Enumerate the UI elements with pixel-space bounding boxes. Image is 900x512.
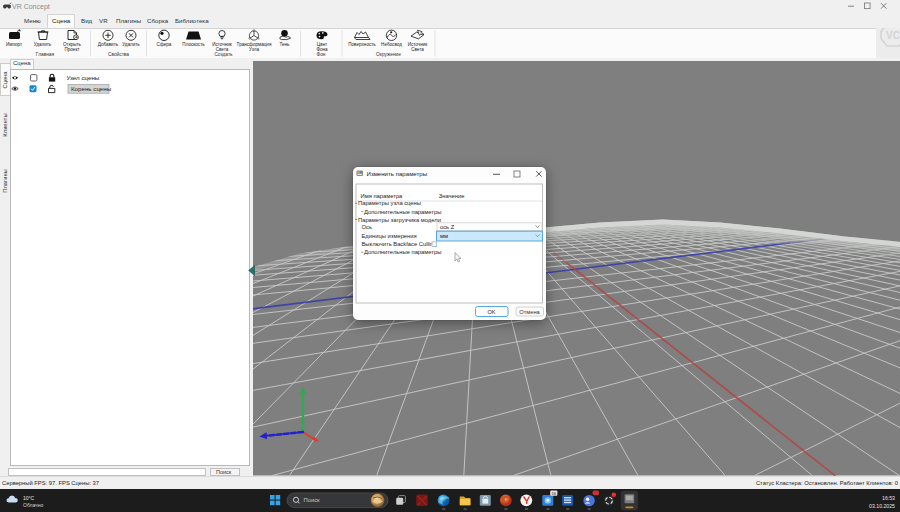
svg-text:Импорт: Импорт <box>6 42 23 47</box>
svg-text:Поиск: Поиск <box>304 497 321 503</box>
svg-text:Создать: Создать <box>214 52 233 57</box>
svg-text:Фона: Фона <box>316 47 328 52</box>
svg-text:Проект: Проект <box>64 47 80 52</box>
svg-text:Значение: Значение <box>439 193 465 199</box>
svg-text:ось Z: ось Z <box>440 224 455 230</box>
svg-text:Свойства: Свойства <box>108 51 129 57</box>
svg-text:Облачно: Облачно <box>23 502 43 508</box>
svg-text:Фон: Фон <box>317 52 326 57</box>
svg-text:VC: VC <box>886 30 900 41</box>
svg-text:16:53: 16:53 <box>882 495 895 501</box>
svg-text:Удалить: Удалить <box>34 42 52 47</box>
svg-text:мм: мм <box>440 233 448 239</box>
svg-text:Отмена: Отмена <box>519 308 540 314</box>
svg-text:03.10.2025: 03.10.2025 <box>869 503 895 509</box>
svg-text:10°C: 10°C <box>23 495 35 501</box>
svg-text:Окружение: Окружение <box>376 52 401 57</box>
svg-text:Корень сцены: Корень сцены <box>71 85 112 92</box>
svg-text:Узел сцены: Узел сцены <box>67 74 100 81</box>
svg-text:Параметры загрузчика модели: Параметры загрузчика модели <box>358 216 441 222</box>
svg-text:Света: Света <box>411 47 424 52</box>
svg-text:Ось: Ось <box>362 224 372 230</box>
svg-text:Изменить параметры: Изменить параметры <box>367 170 428 177</box>
svg-text:Дополнительные параметры: Дополнительные параметры <box>364 208 441 214</box>
svg-text:Света: Света <box>216 47 229 52</box>
svg-text:Тень: Тень <box>279 42 290 47</box>
svg-text:Небосвод: Небосвод <box>381 42 402 47</box>
svg-text:Добавить: Добавить <box>98 42 119 47</box>
svg-text:Имя параметра: Имя параметра <box>361 193 404 199</box>
svg-text:Сфера: Сфера <box>157 42 172 47</box>
svg-text:16: 16 <box>551 491 556 496</box>
svg-text:Выключить Backface Culling: Выключить Backface Culling <box>362 240 437 246</box>
svg-text:Параметры узла сцены: Параметры узла сцены <box>358 200 421 206</box>
svg-text:Дополнительные параметры: Дополнительные параметры <box>364 249 441 255</box>
svg-text:Единицы измерения: Единицы измерения <box>362 232 417 238</box>
svg-text:Плоскость: Плоскость <box>182 42 205 47</box>
svg-text:Поверхность: Поверхность <box>348 42 376 47</box>
svg-text:OK: OK <box>487 308 495 314</box>
svg-text:Удалить: Удалить <box>122 42 140 47</box>
svg-text:Узла: Узла <box>249 47 259 52</box>
svg-text:Главная: Главная <box>36 52 55 57</box>
